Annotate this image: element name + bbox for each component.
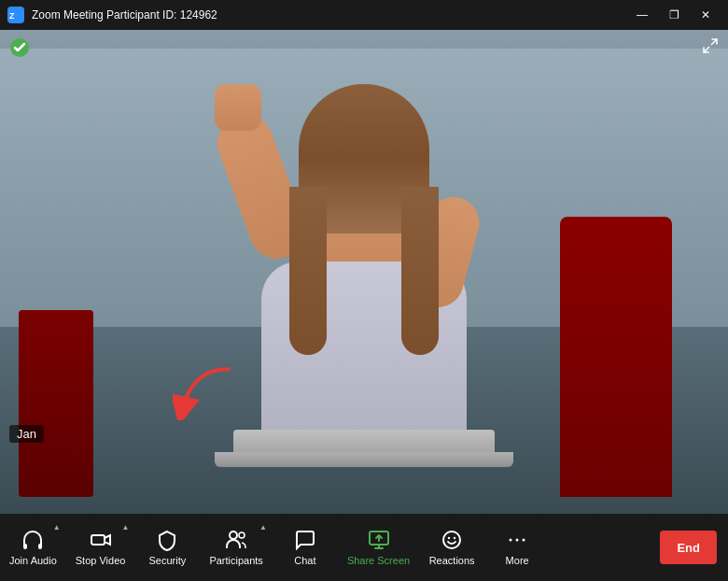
svg-rect-7 <box>91 535 105 545</box>
svg-point-15 <box>510 539 512 542</box>
join-audio-label: Join Audio <box>9 555 57 566</box>
close-button[interactable]: ✕ <box>691 5 721 25</box>
security-shield-badge <box>9 37 30 62</box>
participants-button[interactable]: ▲ Participants <box>200 514 272 581</box>
svg-point-9 <box>230 531 237 539</box>
reactions-icon <box>441 529 463 551</box>
stop-video-caret: ▲ <box>121 523 129 531</box>
stop-video-button[interactable]: ▲ Stop Video <box>66 514 135 581</box>
participants-icon <box>225 529 247 551</box>
svg-rect-5 <box>23 544 27 549</box>
svg-text:Z: Z <box>9 11 15 21</box>
video-area: Jan <box>0 30 728 514</box>
end-button[interactable]: End <box>660 531 717 564</box>
title-bar: Z Zoom Meeting Participant ID: 124962 — … <box>0 0 728 30</box>
security-shield-icon <box>156 529 178 551</box>
share-screen-button[interactable]: Share Screen <box>338 514 419 581</box>
window-title: Zoom Meeting Participant ID: 124962 <box>32 8 217 21</box>
share-screen-label: Share Screen <box>347 555 410 566</box>
hair-right <box>401 187 439 355</box>
svg-point-10 <box>239 532 245 538</box>
participant-video <box>215 168 513 448</box>
chat-label: Chat <box>294 555 315 566</box>
svg-point-13 <box>448 537 450 539</box>
chair-right <box>560 217 672 497</box>
more-icon <box>506 529 528 551</box>
svg-rect-6 <box>38 544 42 549</box>
security-label: Security <box>149 555 187 566</box>
minimize-button[interactable]: — <box>627 5 657 25</box>
fist <box>215 84 261 131</box>
chat-icon <box>294 529 316 551</box>
restore-button[interactable]: ❐ <box>659 5 689 25</box>
participants-caret: ▲ <box>259 523 267 531</box>
reactions-button[interactable]: Reactions <box>419 514 484 581</box>
toolbar-left: ▲ Join Audio ▲ Stop Video <box>0 514 660 581</box>
toolbar: ▲ Join Audio ▲ Stop Video <box>0 514 728 581</box>
toolbar-right: End <box>660 531 728 564</box>
svg-point-16 <box>516 539 519 542</box>
title-bar-left: Z Zoom Meeting Participant ID: 124962 <box>7 7 217 23</box>
headphone-icon <box>21 529 44 551</box>
zoom-logo-icon: Z <box>7 7 24 23</box>
expand-button[interactable] <box>700 35 721 56</box>
annotation-arrow <box>173 364 229 411</box>
stop-video-label: Stop Video <box>76 555 126 566</box>
more-button[interactable]: More <box>484 514 550 581</box>
participants-label: Participants <box>209 555 262 566</box>
chair-left <box>19 310 93 497</box>
more-label: More <box>506 555 529 566</box>
share-screen-icon <box>368 529 390 551</box>
svg-line-4 <box>704 47 709 52</box>
participant-name-label: Jan <box>9 425 44 443</box>
title-bar-controls: — ❐ ✕ <box>627 5 721 25</box>
chat-button[interactable]: Chat <box>273 514 338 581</box>
svg-marker-8 <box>105 535 110 545</box>
laptop-base <box>215 452 513 467</box>
svg-point-12 <box>443 531 460 548</box>
join-audio-caret: ▲ <box>53 523 61 531</box>
hair-left <box>289 187 327 355</box>
reactions-label: Reactions <box>429 555 475 566</box>
svg-line-3 <box>711 39 717 45</box>
video-icon <box>90 529 112 551</box>
expand-icon <box>702 37 719 54</box>
security-button[interactable]: Security <box>134 514 200 581</box>
svg-point-17 <box>523 539 525 542</box>
join-audio-button[interactable]: ▲ Join Audio <box>0 514 66 581</box>
svg-point-14 <box>454 537 455 539</box>
